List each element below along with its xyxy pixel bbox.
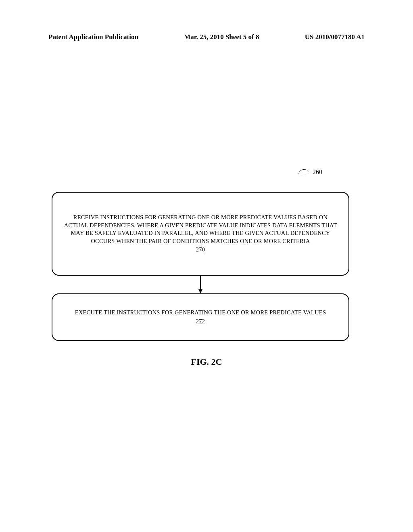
- header-publication-number: US 2010/0077180 A1: [305, 33, 365, 41]
- box-text: RECEIVE INSTRUCTIONS FOR GENERATING ONE …: [62, 214, 339, 245]
- box-text: EXECUTE THE INSTRUCTIONS FOR GENERATING …: [75, 309, 326, 317]
- flowchart-box-272: EXECUTE THE INSTRUCTIONS FOR GENERATING …: [52, 293, 349, 341]
- arrow-down-icon: [198, 289, 202, 293]
- box-reference-number: 270: [196, 246, 205, 254]
- page-header: Patent Application Publication Mar. 25, …: [0, 33, 413, 41]
- arrow-line: [200, 276, 201, 290]
- header-publication-label: Patent Application Publication: [48, 33, 138, 41]
- reference-arc: [297, 168, 310, 177]
- box-reference-number: 272: [196, 318, 205, 326]
- flowchart: RECEIVE INSTRUCTIONS FOR GENERATING ONE …: [52, 192, 349, 341]
- flowchart-arrow: [196, 276, 204, 293]
- reference-number-260: 260: [313, 168, 322, 176]
- header-date-sheet: Mar. 25, 2010 Sheet 5 of 8: [184, 33, 259, 41]
- figure-label: FIG. 2C: [0, 357, 413, 367]
- flowchart-box-270: RECEIVE INSTRUCTIONS FOR GENERATING ONE …: [52, 192, 349, 276]
